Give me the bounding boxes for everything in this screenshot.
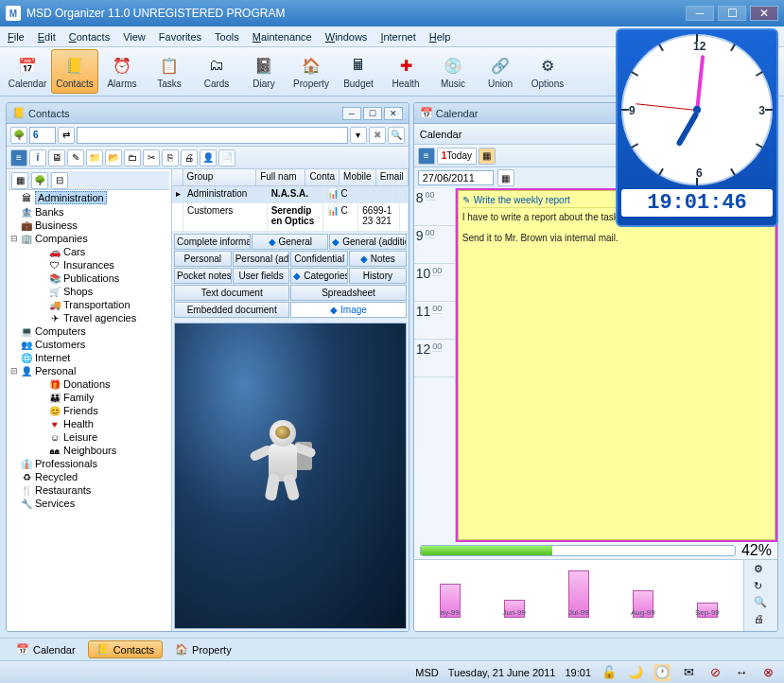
copy-icon[interactable]: ⎘ [162,149,179,166]
user-icon[interactable]: 👤 [200,149,217,166]
cal-list-icon[interactable]: ≡ [418,148,435,165]
today-button[interactable]: 1 Today [437,148,477,165]
chart-refresh-icon[interactable]: ↻ [754,580,769,595]
tab-textdoc[interactable]: Text document [174,285,289,301]
calendar-picker-icon[interactable]: ▦ [497,169,514,186]
monitor-icon[interactable]: 🖥 [48,149,65,166]
bottom-tab-contacts[interactable]: 📒Contacts [88,640,163,658]
menu-contacts[interactable]: Contacts [69,31,110,43]
chart-zoom-icon[interactable]: 🔍 [754,596,769,611]
tree-shops[interactable]: 🛒Shops [9,285,169,298]
edit-icon[interactable]: ✎ [67,149,84,166]
menu-maintenance[interactable]: Maintenance [253,31,312,43]
maximize-button[interactable]: ☐ [718,6,746,21]
tree-family[interactable]: 👪Family [9,391,169,404]
dropdown-icon[interactable]: ▾ [350,127,367,144]
tree-professionals[interactable]: 👔Professionals [9,457,169,470]
toolbar-diary[interactable]: 📓Diary [240,49,287,94]
tab-pocket[interactable]: Pocket notes [174,268,232,284]
tree-banks[interactable]: 🏦Banks [9,205,169,219]
tree-computers[interactable]: 💻Computers [9,324,169,338]
cal-view-icon[interactable]: ▦ [479,148,496,165]
tree-business[interactable]: 💼Business [9,219,169,232]
tab-notes[interactable]: ◆ Notes [349,251,407,267]
col-contact[interactable]: Conta [305,169,340,185]
open-folder-icon[interactable]: 📂 [105,149,122,166]
disabled-mail-icon[interactable]: ⊘ [706,664,723,681]
toolbar-contacts[interactable]: 📒Contacts [51,49,98,94]
toolbar-music[interactable]: 💿Music [429,49,477,94]
tab-spreadsheet[interactable]: Spreadsheet [290,285,406,301]
appointment-area[interactable]: ✎Write the weekly report↻ I have to writ… [456,188,777,542]
tab-general-add[interactable]: ◆ General (additional) [329,234,406,250]
moon-icon[interactable]: 🌙 [627,664,644,681]
tree-transportation[interactable]: 🚚Transportation [9,298,169,311]
tree-toggle-icon[interactable]: 🌳 [10,127,27,144]
tree-personal[interactable]: ⊟👤Personal [9,364,169,377]
toolbar-options[interactable]: ⚙Options [524,49,571,94]
tree-collapse-icon[interactable]: ⊟ [51,172,68,189]
tree-companies[interactable]: ⊟🏢Companies [9,232,169,245]
tab-history[interactable]: History [349,268,407,284]
menu-edit[interactable]: Edit [38,31,56,43]
tree-travel[interactable]: ✈Travel agencies [9,311,169,324]
lock-icon[interactable]: 🔓 [601,664,618,681]
menu-help[interactable]: Help [429,31,451,43]
view-toggle-icon[interactable]: ⇄ [58,127,75,144]
tab-complete[interactable]: Complete information [174,234,251,250]
menu-file[interactable]: File [8,31,25,43]
tree-restaurants[interactable]: 🍴Restaurants [9,483,169,497]
tree-friends[interactable]: 😊Friends [9,404,169,417]
tree-customers[interactable]: 👥Customers [9,338,169,351]
tree-publications[interactable]: 📚Publications [9,271,169,285]
delete-icon[interactable]: ✖ [369,127,386,144]
toolbar-health[interactable]: ✚Health [382,49,429,94]
tab-personal-add[interactable]: Personal (additional) [233,251,290,267]
tree-leisure[interactable]: ☺Leisure [9,430,169,444]
tab-confidential[interactable]: Confidential [290,251,348,267]
tree-services[interactable]: 🔧Services [9,497,169,510]
grid-row[interactable]: ▸ Administration N.A.S.A. 📊 C [172,186,409,203]
cut-icon[interactable]: ✂ [143,149,160,166]
tab-user[interactable]: User fields [233,268,290,284]
tree-insurances[interactable]: 🛡Insurances [9,258,169,271]
tree-neighbours[interactable]: 🏘Neighbours [9,444,169,457]
menu-view[interactable]: View [123,31,146,43]
menu-windows[interactable]: Windows [325,31,368,43]
tree-donations[interactable]: 🎁Donations [9,377,169,391]
tree-health[interactable]: ♥Health [9,417,169,430]
col-email[interactable]: Email [376,169,409,185]
toolbar-tasks[interactable]: 📋Tasks [146,49,193,94]
grid-row[interactable]: Customers Serendipen Optics 📊 C 6699-123… [172,203,409,232]
search-icon[interactable]: 🔍 [388,127,405,144]
clock-toggle-icon[interactable]: 🕐 [653,664,671,681]
tab-personal[interactable]: Personal [174,251,232,267]
tab-categories[interactable]: ◆ Categories [290,268,348,284]
pane-maximize-button[interactable]: ☐ [363,107,382,120]
toolbar-alarms[interactable]: ⏰Alarms [98,49,146,94]
minimize-button[interactable]: ─ [686,6,714,21]
toolbar-union[interactable]: 🔗Union [477,49,524,94]
menu-tools[interactable]: Tools [215,31,239,43]
date-input[interactable]: 27/06/2011 [418,170,494,185]
chart-settings-icon[interactable]: ⚙ [754,563,769,578]
col-fullname[interactable]: Full nam [256,169,305,185]
tree-internet[interactable]: 🌐Internet [9,351,169,364]
bottom-tab-property[interactable]: 🏠Property [166,640,240,658]
menu-favorites[interactable]: Favorites [159,31,201,43]
pane-minimize-button[interactable]: ─ [342,107,361,120]
toolbar-calendar[interactable]: 📅Calendar [4,49,51,94]
delete-folder-icon[interactable]: 🗀 [124,149,141,166]
sync-icon[interactable]: ↔ [733,664,750,681]
tree-recycled[interactable]: ♻Recycled [9,470,169,483]
bottom-tab-calendar[interactable]: 📅Calendar [8,640,84,658]
tab-general[interactable]: ◆ General [252,234,328,250]
print-icon[interactable]: 🖨 [181,149,198,166]
filter-combo[interactable] [77,127,348,144]
categories-tree[interactable]: ▦ 🌳 ⊟ 🏛Administration 🏦Banks 💼Business ⊟… [7,169,172,631]
toolbar-property[interactable]: 🏠Property [287,49,335,94]
document-icon[interactable]: 📄 [218,149,235,166]
mail-icon[interactable]: ✉ [680,664,697,681]
list-icon[interactable]: ≡ [10,149,27,166]
new-folder-icon[interactable]: 📁 [86,149,103,166]
